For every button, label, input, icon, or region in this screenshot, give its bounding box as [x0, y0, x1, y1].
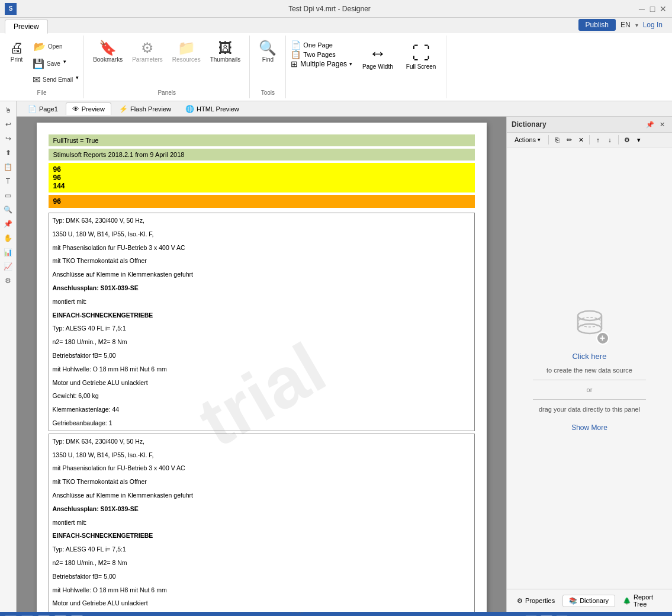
toolbar-up[interactable]: ⬆ [2, 146, 15, 159]
resources-button[interactable]: 📁 Resources [168, 38, 205, 66]
table-row: Getriebeanbaulage: 1 [50, 417, 473, 429]
action-delete-icon[interactable]: ✕ [576, 135, 586, 145]
table-row: EINFACH-SCHNECKENGETRIEBE [50, 309, 473, 322]
toolbar-cursor[interactable]: 🖱 [2, 104, 15, 117]
close-button[interactable]: ✕ [659, 5, 667, 13]
action-up-icon[interactable]: ↑ [593, 135, 603, 145]
table-row: Typ: DMK 634, 230/400 V, 50 Hz, [50, 435, 473, 448]
table-row: Betriebsfaktor fB= 5,00 [50, 349, 473, 362]
or-label: or [587, 386, 593, 393]
table-row: Klemmenkastenlage: 44 [50, 403, 473, 416]
ribbon-group-view: 📄 One Page 📋 Two Pages ⊞ Multiple Pages … [286, 36, 446, 98]
panel-header-icons: 📌 ✕ [645, 119, 667, 130]
dictionary-title: Dictionary [512, 120, 546, 129]
page-tab-page1[interactable]: 📄 Page1 [21, 102, 65, 115]
table-row: 1350 U, 180 W, B14, IP55, Iso.-Kl. F, [50, 228, 473, 240]
toolbar-settings[interactable]: ⚙ [2, 274, 15, 287]
thumbnails-icon: 🖼 [218, 41, 233, 55]
panels-group-label: Panels [157, 89, 176, 96]
page-width-icon: ↔ [369, 43, 387, 63]
action-gear-icon[interactable]: ⚙ [622, 135, 632, 145]
print-icon: 🖨 [9, 41, 24, 55]
toolbar-redo[interactable]: ↪ [2, 132, 15, 145]
minimize-button[interactable]: ─ [638, 5, 646, 13]
toolbar-zoom[interactable]: 🔍 [2, 203, 15, 216]
table-row: Typ: ALESG 40 FL i= 7,5:1 [50, 322, 473, 335]
parameters-icon: ⚙ [141, 41, 154, 55]
toolbar-hand[interactable]: ✋ [2, 232, 15, 245]
window-title: Test Dpi v4.mrt - Designer [21, 5, 638, 13]
panel-close-button[interactable]: ✕ [657, 119, 667, 130]
report-page: trial FullTrust = True Stimulsoft Report… [37, 123, 487, 612]
table-row: n2= 180 U/min., M2= 8 Nm [50, 336, 473, 348]
ribbon-tab-preview[interactable]: Preview [5, 20, 48, 34]
bookmarks-button[interactable]: 🔖 Bookmarks [89, 38, 127, 66]
multiple-pages-icon: ⊞ [291, 59, 298, 69]
find-button[interactable]: 🔍 Find [255, 38, 281, 66]
resources-icon: 📁 [178, 41, 195, 55]
maximize-button[interactable]: □ [648, 5, 657, 13]
table-row: Typ: ALESG 40 FL i= 7,5:1 [50, 543, 473, 556]
open-icon: 📂 [34, 41, 46, 52]
send-email-button[interactable]: ✉ Send Email [30, 72, 76, 87]
table-row: Gewicht: 6,00 kg [50, 611, 473, 612]
page-tab-html[interactable]: 🌐 HTML Preview [179, 102, 246, 115]
report-preview[interactable]: trial FullTrust = True Stimulsoft Report… [17, 117, 506, 612]
table-row: Motor und Getriebe ALU unlackiert [50, 597, 473, 609]
multiple-pages-button[interactable]: ⊞ Multiple Pages ▾ [291, 59, 352, 69]
publish-button[interactable]: Publish [578, 19, 616, 31]
toolbar-chart[interactable]: 📊 [2, 246, 15, 259]
toolbar-pin[interactable]: 📌 [2, 217, 15, 230]
content-area: trial FullTrust = True Stimulsoft Report… [17, 117, 672, 612]
toolbar-text[interactable]: T [2, 175, 15, 188]
dictionary-tab-icon: 📚 [569, 597, 577, 605]
panel-pin-button[interactable]: 📌 [645, 119, 655, 130]
toolbar-paste[interactable]: 📋 [2, 161, 15, 174]
ribbon-group-panels: 🔖 Bookmarks ⚙ Parameters 📁 Resources 🖼 T… [84, 36, 250, 98]
thumbnails-button[interactable]: 🖼 Thumbnails [206, 38, 245, 66]
window-controls: ─ □ ✕ [638, 5, 667, 13]
open-button[interactable]: 📂 Open [30, 38, 79, 55]
table-row: mit TKO Thermokontakt als Offner [50, 476, 473, 488]
report-tree-tab-icon: 🌲 [623, 597, 631, 605]
actions-button[interactable]: Actions ▾ [510, 134, 545, 145]
report-tree-tab[interactable]: 🌲 Report Tree [616, 591, 668, 610]
flash-tab-icon: ⚡ [119, 105, 128, 113]
action-edit-icon[interactable]: ✏ [564, 135, 574, 145]
click-here-link[interactable]: Click here [573, 352, 607, 361]
two-pages-button[interactable]: 📋 Two Pages [291, 50, 352, 59]
print-button[interactable]: 🖨 Print [5, 38, 28, 66]
action-chevron-icon[interactable]: ▾ [634, 135, 644, 145]
table-row: mit Phasenisolation fur FU-Betrieb 3 x 4… [50, 242, 473, 254]
two-pages-icon: 📋 [291, 50, 301, 59]
report-row-orange: 96 [49, 195, 475, 208]
parameters-button[interactable]: ⚙ Parameters [128, 38, 167, 66]
page-width-button[interactable]: ↔ Page Width [357, 40, 398, 73]
report-row-version: Stimulsoft Reports 2018.2.1 from 9 April… [49, 149, 475, 161]
ribbon-group-tools: 🔍 Find Tools [250, 36, 286, 98]
toolbar-rect[interactable]: ▭ [2, 189, 15, 202]
titlebar: S Test Dpi v4.mrt - Designer ─ □ ✕ [0, 0, 672, 18]
table-row: 1350 U, 180 W, B14, IP55, Iso.-Kl. F, [50, 449, 473, 461]
actions-separator-2 [589, 135, 590, 145]
svg-point-0 [578, 311, 602, 320]
show-more-link[interactable]: Show More [571, 424, 607, 432]
toolbar-graph[interactable]: 📈 [2, 260, 15, 273]
language-button[interactable]: EN [620, 21, 631, 29]
action-down-icon[interactable]: ↓ [605, 135, 615, 145]
page-tab-flash[interactable]: ⚡ Flash Preview [112, 102, 178, 115]
page-tabs: 📄 Page1 👁 Preview ⚡ Flash Preview 🌐 HTML… [17, 101, 672, 117]
ribbon-file-buttons: 🖨 Print 📂 Open 💾 Save ▾ [5, 38, 79, 87]
save-icon: 💾 [33, 58, 44, 69]
properties-tab[interactable]: ⚙ Properties [510, 595, 561, 607]
save-button[interactable]: 💾 Save [30, 56, 63, 71]
dictionary-tab[interactable]: 📚 Dictionary [562, 595, 615, 607]
page-tab-preview[interactable]: 👁 Preview [66, 102, 111, 115]
one-page-button[interactable]: 📄 One Page [291, 40, 352, 50]
drag-text: drag your data directly to this panel [539, 406, 640, 413]
toolbar-undo[interactable]: ↩ [2, 118, 15, 131]
ribbon-top-right: Publish EN ▾ Log In [578, 19, 667, 33]
login-button[interactable]: Log In [643, 21, 663, 29]
full-screen-button[interactable]: ⛶ Full Screen [401, 40, 442, 73]
action-copy-icon[interactable]: ⎘ [552, 135, 562, 145]
